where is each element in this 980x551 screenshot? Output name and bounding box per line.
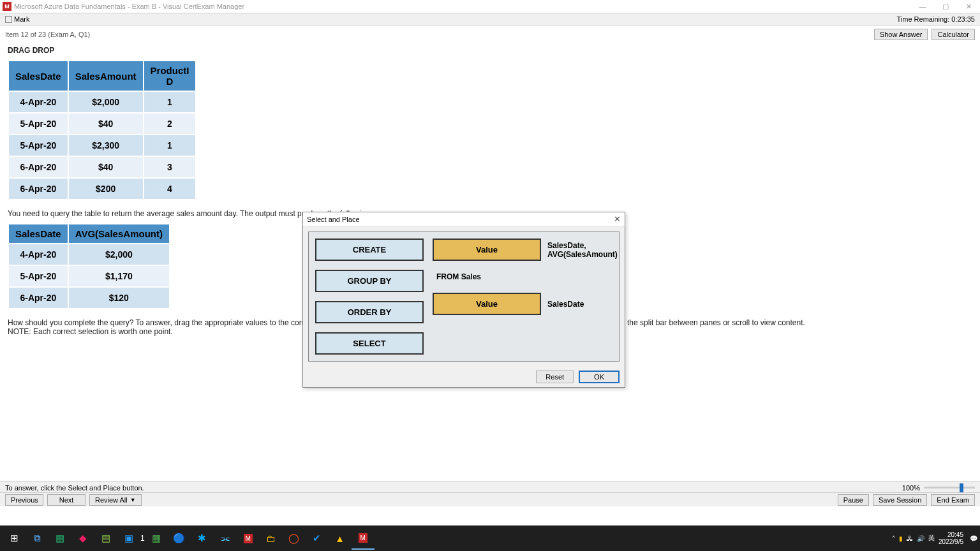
chrome-icon[interactable]: 🔵 bbox=[168, 527, 191, 550]
table-cell: $40 bbox=[68, 156, 144, 178]
dialog-reset-button[interactable]: Reset bbox=[536, 371, 574, 383]
tray-clock[interactable]: 20:45 2022/9/5 bbox=[939, 531, 966, 545]
minimize-icon[interactable]: — bbox=[911, 3, 934, 11]
table-header: SalesDate bbox=[8, 224, 68, 244]
table-cell: 4-Apr-20 bbox=[8, 91, 68, 113]
vce-icon[interactable]: M bbox=[237, 527, 260, 550]
review-all-button[interactable]: Review All ▼ bbox=[89, 494, 142, 506]
drop-target-2[interactable]: Value bbox=[433, 293, 541, 315]
show-answer-button[interactable]: Show Answer bbox=[874, 29, 928, 40]
drag-item-orderby[interactable]: ORDER BY bbox=[315, 301, 424, 323]
chevron-down-icon: ▼ bbox=[130, 497, 136, 503]
tray-chevron-up-icon[interactable]: ˄ bbox=[892, 535, 895, 542]
drag-item-create[interactable]: CREATE bbox=[315, 239, 424, 261]
mark-checkbox[interactable] bbox=[5, 16, 12, 23]
item-bar: Item 12 of 23 (Exam A, Q1) Show Answer C… bbox=[0, 26, 980, 43]
table-header: AVG(SalesAmount) bbox=[68, 224, 170, 244]
tray-battery-icon[interactable]: ▮ bbox=[899, 535, 903, 542]
sales-table: SalesDate SalesAmount ProductID 4-Apr-20… bbox=[8, 60, 197, 200]
tray-network-icon[interactable]: 🖧 bbox=[907, 535, 913, 542]
save-session-button[interactable]: Save Session bbox=[873, 494, 927, 506]
table-cell: 5-Apr-20 bbox=[8, 113, 68, 135]
zoom-slider[interactable] bbox=[924, 487, 975, 489]
zoom-label: 100% bbox=[902, 484, 920, 492]
output-table: SalesDate AVG(SalesAmount) 4-Apr-20$2,00… bbox=[8, 223, 170, 309]
table-header: SalesDate bbox=[8, 61, 68, 91]
table-cell: 6-Apr-20 bbox=[8, 178, 68, 200]
app-icon: M bbox=[3, 2, 11, 11]
maximize-icon[interactable]: ▢ bbox=[934, 3, 957, 11]
table-cell: 2 bbox=[144, 113, 197, 135]
item-label: Item 12 of 23 (Exam A, Q1) bbox=[5, 31, 90, 38]
taskview-icon[interactable]: ⧉ bbox=[26, 527, 48, 550]
table-cell: $1,170 bbox=[68, 265, 170, 287]
drag-item-select[interactable]: SELECT bbox=[315, 332, 424, 355]
table-cell: 6-Apr-20 bbox=[8, 287, 68, 309]
dialog-ok-button[interactable]: OK bbox=[579, 371, 620, 383]
table-cell: 3 bbox=[144, 156, 197, 178]
drag-drop-heading: DRAG DROP bbox=[8, 46, 972, 55]
vce-running-icon[interactable]: M bbox=[352, 527, 375, 550]
app-icon-asterisk[interactable]: ✱ bbox=[191, 527, 214, 550]
table-cell: 6-Apr-20 bbox=[8, 156, 68, 178]
table-cell: 5-Apr-20 bbox=[8, 135, 68, 156]
hint-text: To answer, click the Select and Place bu… bbox=[5, 484, 144, 492]
table-cell: 1 bbox=[144, 135, 197, 156]
drop-label-2: SalesDate bbox=[547, 300, 584, 309]
table-cell: $2,000 bbox=[68, 244, 170, 265]
windows-taskbar: ⊞ ⧉ ▦ ◆ ▤ ▣ 1 ▦ 🔵 ✱ ⫘ M 🗀 ◯ ✔ ▲ M ˄ ▮ 🖧 … bbox=[0, 525, 980, 551]
window-titlebar: M Microsoft Azure Data Fundamentals - Ex… bbox=[0, 0, 980, 13]
table-cell: $2,000 bbox=[68, 91, 144, 113]
app-icon-pink[interactable]: ◆ bbox=[71, 527, 94, 550]
status-bar: To answer, click the Select and Place bu… bbox=[0, 481, 980, 494]
table-cell: $120 bbox=[68, 287, 170, 309]
table-header: ProductID bbox=[144, 61, 197, 91]
dialog-titlebar[interactable]: Select and Place ✕ bbox=[303, 212, 625, 226]
table-cell: 5-Apr-20 bbox=[8, 265, 68, 287]
table-cell: $2,300 bbox=[68, 135, 144, 156]
notepad-icon[interactable]: ▤ bbox=[94, 527, 117, 550]
select-place-dialog: Select and Place ✕ CREATE GROUP BY ORDER… bbox=[302, 212, 625, 388]
start-button[interactable]: ⊞ bbox=[3, 527, 26, 550]
mark-label: Mark bbox=[14, 15, 29, 23]
app-icon-link[interactable]: ⫘ bbox=[214, 527, 237, 550]
app-icon-check[interactable]: ✔ bbox=[306, 527, 329, 550]
excel-icon[interactable]: ▦ bbox=[48, 527, 71, 550]
mark-bar: Mark Time Remaining: 0:23:35 bbox=[0, 13, 980, 26]
tray-volume-icon[interactable]: 🔊 bbox=[917, 535, 924, 542]
app-icon-triangle[interactable]: ▲ bbox=[329, 527, 352, 550]
app-icon-blue[interactable]: ▣ bbox=[117, 527, 140, 550]
time-remaining: Time Remaining: 0:23:35 bbox=[897, 15, 976, 23]
end-exam-button[interactable]: End Exam bbox=[931, 494, 975, 506]
dialog-close-icon[interactable]: ✕ bbox=[614, 214, 621, 224]
drop-target-1[interactable]: Value bbox=[433, 239, 541, 261]
nav-bar: Previous Next Review All ▼ Pause Save Se… bbox=[0, 492, 980, 506]
from-sales-label: FROM Sales bbox=[433, 270, 618, 284]
previous-button[interactable]: Previous bbox=[5, 494, 43, 506]
calculator-button[interactable]: Calculator bbox=[932, 29, 975, 40]
table-cell: 4-Apr-20 bbox=[8, 244, 68, 265]
table-cell: $200 bbox=[68, 178, 144, 200]
question-content: DRAG DROP SalesDate SalesAmount ProductI… bbox=[0, 43, 980, 490]
close-icon[interactable]: ✕ bbox=[957, 3, 980, 11]
table-cell: 4 bbox=[144, 178, 197, 200]
drop-label-1: SalesDate, AVG(SalesAmount) bbox=[547, 241, 618, 259]
file-explorer-icon[interactable]: 🗀 bbox=[260, 527, 283, 550]
drag-item-groupby[interactable]: GROUP BY bbox=[315, 270, 424, 292]
pause-button[interactable]: Pause bbox=[838, 494, 869, 506]
window-title: Microsoft Azure Data Fundamentals - Exam… bbox=[14, 3, 244, 10]
tray-ime-icon[interactable]: 英 bbox=[928, 534, 935, 543]
table-cell: $40 bbox=[68, 113, 144, 135]
table-header: SalesAmount bbox=[68, 61, 144, 91]
next-button[interactable]: Next bbox=[47, 494, 85, 506]
app-icon-circle[interactable]: ◯ bbox=[283, 527, 306, 550]
tray-notifications-icon[interactable]: 💬 bbox=[970, 535, 977, 542]
table-cell: 1 bbox=[144, 91, 197, 113]
app-icon-green[interactable]: ▦ bbox=[145, 527, 168, 550]
dialog-title: Select and Place bbox=[307, 216, 360, 223]
